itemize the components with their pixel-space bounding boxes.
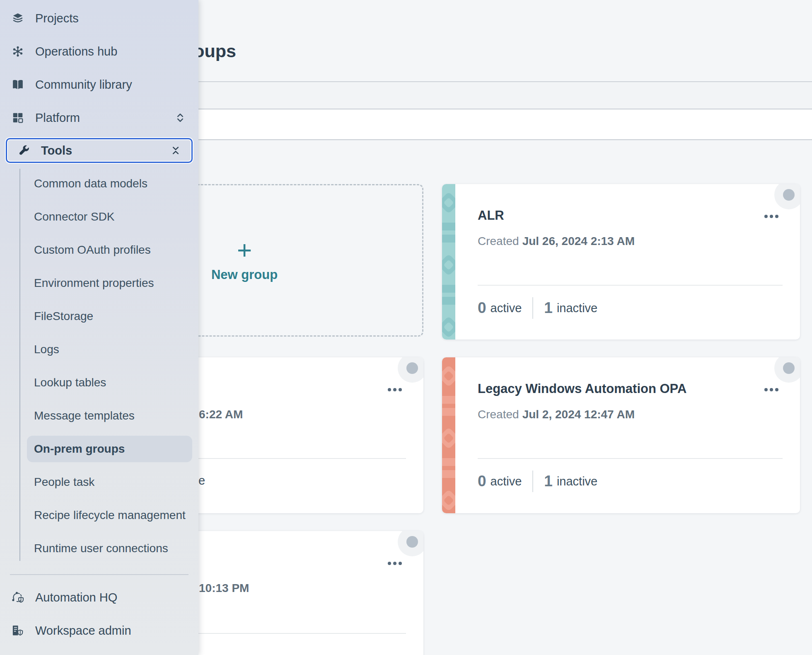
layers-icon	[12, 12, 24, 24]
sidebar-subitem-common-data-models[interactable]: Common data models	[0, 167, 198, 200]
group-card-alr[interactable]: ALR CreatedJul 26, 2024 2:13 AM 0 active…	[442, 184, 800, 340]
sidebar-item-label: Projects	[35, 12, 79, 25]
stats-separator	[532, 471, 533, 492]
sidebar-subitem-message-templates[interactable]: Message templates	[0, 399, 198, 432]
hub-icon	[12, 45, 24, 58]
platform-grid-icon	[12, 112, 24, 124]
created-time-fragment: 10:13 PM	[199, 582, 249, 595]
created-date: Jul 2, 2024 12:47 AM	[522, 408, 635, 421]
sidebar-item-automation-hq[interactable]: Automation HQ	[0, 581, 198, 614]
card-corner-handle[interactable]	[398, 531, 423, 556]
sidebar-subitem-people-task[interactable]: People task	[0, 466, 198, 499]
sidebar-item-tools[interactable]: Tools	[6, 138, 193, 163]
corner-dot-icon	[406, 536, 418, 548]
sidebar: Projects Operations hub	[0, 0, 198, 655]
plus-icon: +	[237, 238, 252, 262]
corner-dot-icon	[783, 189, 795, 201]
sidebar-subitem-custom-oauth-profiles[interactable]: Custom OAuth profiles	[0, 233, 198, 267]
group-card-legacy-windows-automation-opa[interactable]: Legacy Windows Automation OPA CreatedJul…	[442, 357, 800, 513]
expand-chevron-icon[interactable]	[174, 112, 186, 124]
card-corner-handle[interactable]	[774, 184, 800, 209]
sidebar-item-label: Tools	[41, 144, 72, 158]
active-label: active	[491, 475, 522, 488]
created-line: CreatedJul 2, 2024 12:47 AM	[478, 408, 635, 421]
sidebar-subitem-runtime-user-connections[interactable]: Runtime user connections	[0, 532, 198, 565]
open-book-icon	[12, 78, 24, 91]
sidebar-subitem-filestorage[interactable]: FileStorage	[0, 300, 198, 333]
agent-stats: 0 active 1 inactive	[478, 469, 597, 493]
sidebar-item-label: Workspace admin	[35, 624, 131, 638]
sidebar-item-label: Operations hub	[35, 45, 117, 58]
created-time-fragment: 6:22 AM	[199, 408, 243, 421]
card-corner-handle[interactable]	[398, 357, 423, 383]
card-divider	[478, 458, 783, 459]
card-accent-strip	[442, 184, 455, 340]
sidebar-item-label: Platform	[35, 111, 80, 125]
sidebar-subitem-lookup-tables[interactable]: Lookup tables	[0, 366, 198, 399]
sidebar-subitem-connector-sdk[interactable]: Connector SDK	[0, 200, 198, 233]
sidebar-item-label: Automation HQ	[35, 591, 117, 604]
inactive-label: inactive	[557, 475, 597, 488]
inactive-label: inactive	[557, 301, 597, 315]
sidebar-item-label: Community library	[35, 78, 132, 92]
inactive-count: 1	[544, 299, 553, 317]
sidebar-bottom-section: Automation HQ Workspace admin	[0, 581, 198, 647]
sidebar-subitem-on-prem-groups[interactable]: On-prem groups	[0, 432, 198, 466]
stats-separator	[532, 297, 533, 319]
inactive-count: 1	[544, 473, 553, 490]
sidebar-item-operations-hub[interactable]: Operations hub	[0, 35, 198, 68]
active-subitem-pill: On-prem groups	[27, 436, 192, 462]
automation-hq-icon	[12, 591, 24, 604]
card-accent-strip	[442, 357, 455, 513]
more-actions-button[interactable]	[388, 388, 402, 391]
sidebar-item-community-library[interactable]: Community library	[0, 68, 198, 101]
sidebar-item-platform[interactable]: Platform	[0, 101, 198, 134]
on-prem-groups-page: On-prem groups + New group	[0, 0, 812, 655]
created-line: CreatedJul 26, 2024 2:13 AM	[478, 235, 635, 248]
active-count: 0	[478, 299, 486, 317]
workspace-admin-icon	[12, 624, 24, 637]
created-date: Jul 26, 2024 2:13 AM	[522, 235, 635, 247]
wrench-icon	[17, 144, 30, 157]
new-group-label: New group	[211, 267, 278, 282]
active-count: 0	[478, 473, 486, 490]
card-corner-handle[interactable]	[774, 357, 800, 383]
card-divider	[478, 285, 783, 286]
tools-submenu: Common data models Connector SDK Custom …	[0, 167, 198, 565]
more-actions-button[interactable]	[764, 215, 778, 218]
sidebar-divider	[10, 574, 188, 575]
active-label: active	[491, 301, 522, 315]
sidebar-subitem-logs[interactable]: Logs	[0, 333, 198, 366]
group-name: Legacy Windows Automation OPA	[478, 381, 686, 396]
group-name: ALR	[478, 208, 504, 223]
collapse-chevron-icon[interactable]	[170, 145, 181, 156]
stats-fragment: e	[198, 474, 205, 488]
more-actions-button[interactable]	[388, 562, 402, 565]
sidebar-item-workspace-admin[interactable]: Workspace admin	[0, 614, 198, 647]
sidebar-item-projects[interactable]: Projects	[0, 2, 198, 35]
corner-dot-icon	[783, 362, 795, 374]
more-actions-button[interactable]	[764, 388, 778, 391]
agent-stats: 0 active 1 inactive	[478, 296, 597, 320]
corner-dot-icon	[406, 362, 418, 374]
sidebar-subitem-recipe-lifecycle-management[interactable]: Recipe lifecycle management	[0, 499, 198, 532]
sidebar-subitem-environment-properties[interactable]: Environment properties	[0, 267, 198, 300]
